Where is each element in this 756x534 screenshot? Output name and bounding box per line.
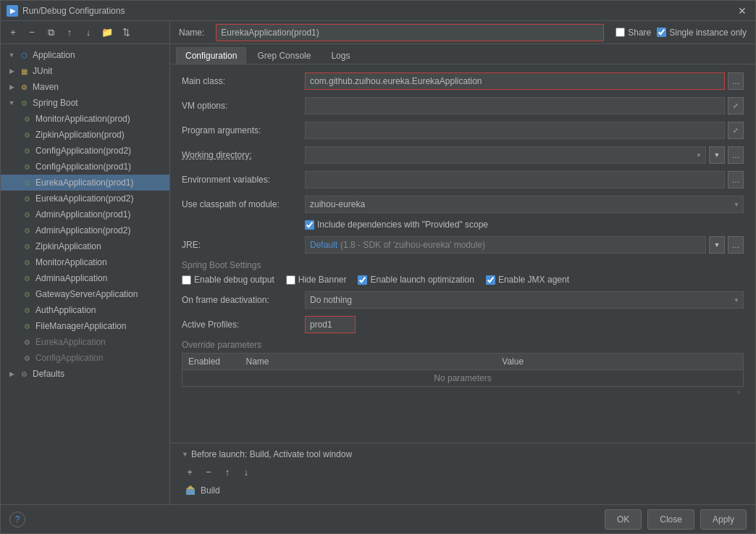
close-button-bar[interactable]: Close (647, 509, 694, 530)
tree-label: EurekaApplication(prod1) (35, 178, 133, 188)
folder-button[interactable]: 📁 (99, 25, 115, 41)
single-instance-checkbox-label[interactable]: Single instance only (657, 28, 747, 38)
copy-config-button[interactable]: ⧉ (43, 25, 59, 41)
tree-group-application[interactable]: ▼ ⬡ Application (1, 47, 169, 63)
include-deps-label: Include dependencies with "Provided" sco… (317, 220, 488, 230)
on-frame-select[interactable]: Do nothing (305, 291, 744, 309)
name-input[interactable] (216, 24, 604, 41)
tree-item-eureka-disabled[interactable]: ⚙ EurekaApplication (1, 334, 169, 350)
single-instance-checkbox[interactable] (657, 28, 666, 37)
jre-dropdown-button[interactable]: ▼ (709, 236, 725, 254)
enable-jmx-checkbox-label[interactable]: Enable JMX agent (486, 275, 569, 285)
tree-item-config-prod1[interactable]: ⚙ ConfigApplication(prod1) (1, 159, 169, 175)
tree-label-maven: Maven (33, 82, 59, 92)
main-class-input[interactable] (305, 72, 725, 90)
close-button[interactable]: ✕ (735, 4, 749, 18)
include-deps-row: Include dependencies with "Provided" sco… (182, 220, 744, 230)
tree-item-zipkin-prod[interactable]: ⚙ ZipkinApplication(prod) (1, 127, 169, 143)
tree-group-maven[interactable]: ▶ ⚙ Maven (1, 79, 169, 95)
ok-button[interactable]: OK (605, 509, 642, 530)
active-profiles-field (305, 316, 744, 333)
tree-group-spring-boot[interactable]: ▼ ⚙ Spring Boot (1, 95, 169, 111)
left-toolbar: + − ⧉ ↑ ↓ 📁 ⇅ (1, 21, 169, 44)
vm-options-expand-button[interactable]: ⤢ (728, 97, 744, 114)
tree-group-junit[interactable]: ▶ ▦ JUnit (1, 63, 169, 79)
enable-jmx-label: Enable JMX agent (498, 275, 569, 285)
tree-item-auth[interactable]: ⚙ AuthApplication (1, 302, 169, 318)
tree-item-admina[interactable]: ⚙ AdminaApplication (1, 270, 169, 286)
tree-item-filemanager[interactable]: ⚙ FileManagerApplication (1, 318, 169, 334)
before-launch-move-up-button[interactable]: ↑ (219, 464, 235, 480)
enable-launch-checkbox[interactable] (358, 275, 367, 285)
enable-jmx-checkbox[interactable] (486, 275, 495, 285)
include-deps-checkbox[interactable] (305, 220, 314, 230)
enable-launch-checkbox-label[interactable]: Enable launch optimization (358, 275, 474, 285)
hide-banner-checkbox-label[interactable]: Hide Banner (286, 275, 347, 285)
working-dir-input[interactable] (305, 146, 706, 164)
main-class-field: … (305, 72, 744, 90)
vm-options-label: VM options: (182, 101, 305, 111)
working-dir-dropdown-button[interactable]: ▼ (709, 146, 725, 164)
vm-options-input[interactable] (305, 97, 725, 114)
left-panel: + − ⧉ ↑ ↓ 📁 ⇅ ▼ ⬡ Application ▶ ▦ (1, 21, 170, 504)
hide-banner-checkbox[interactable] (286, 275, 295, 285)
share-checkbox[interactable] (616, 28, 625, 37)
remove-config-button[interactable]: − (24, 25, 40, 41)
move-down-button[interactable]: ↓ (80, 25, 96, 41)
classpath-field: zuihou-eureka (305, 196, 744, 213)
before-launch-remove-button[interactable]: − (201, 464, 217, 480)
tab-logs[interactable]: Logs (322, 47, 359, 64)
jre-browse-button[interactable]: … (728, 236, 744, 254)
tree-item-config-prod2[interactable]: ⚙ ConfigApplication(prod2) (1, 143, 169, 159)
vm-options-row: VM options: ⤢ (182, 96, 744, 115)
include-deps-checkbox-label[interactable]: Include dependencies with "Provided" sco… (305, 220, 488, 230)
move-up-button[interactable]: ↑ (62, 25, 77, 41)
col-enabled: Enabled (182, 354, 240, 370)
tree-item-zipkin[interactable]: ⚙ ZipkinApplication (1, 238, 169, 254)
window-icon: ▶ (7, 5, 18, 17)
program-args-expand-button[interactable]: ⤢ (728, 122, 744, 139)
tree-label: ZipkinApplication(prod) (35, 130, 125, 140)
env-vars-browse-button[interactable]: … (728, 171, 744, 188)
main-class-browse-button[interactable]: … (728, 72, 744, 90)
tree-label: AdminApplication(prod2) (35, 225, 130, 235)
program-args-input[interactable] (305, 122, 725, 139)
add-config-button[interactable]: + (5, 25, 21, 41)
active-profiles-input[interactable] (305, 316, 356, 333)
working-dir-browse-button[interactable]: … (728, 146, 744, 164)
application-group-icon: ⬡ (18, 49, 30, 61)
name-label: Name: (179, 28, 204, 38)
working-dir-field: ▼ … (305, 146, 744, 164)
tree-item-eureka-prod1[interactable]: ⚙ EurekaApplication(prod1) (1, 175, 169, 191)
tab-grep-console[interactable]: Grep Console (248, 47, 320, 64)
expand-icon: ▶ (7, 82, 17, 92)
tree-item-monitor[interactable]: ⚙ MonitorApplication (1, 254, 169, 270)
tab-configuration[interactable]: Configuration (176, 47, 246, 64)
tree-item-monitor-prod[interactable]: ⚙ MonitorApplication(prod) (1, 111, 169, 127)
classpath-select[interactable]: zuihou-eureka (305, 196, 744, 213)
tree-label: AdminApplication(prod1) (35, 209, 130, 220)
help-button[interactable]: ? (9, 512, 25, 527)
on-frame-row: On frame deactivation: Do nothing (182, 291, 744, 309)
before-launch-add-button[interactable]: + (182, 464, 198, 480)
tree-group-defaults[interactable]: ▶ ⚙ Defaults (1, 366, 169, 382)
tree-label-junit: JUnit (33, 66, 52, 76)
tree-item-eureka-prod2[interactable]: ⚙ EurekaApplication(prod2) (1, 191, 169, 206)
tree-item-gateway[interactable]: ⚙ GatewayServerApplication (1, 286, 169, 302)
tree-label: AdminaApplication (35, 273, 107, 283)
debug-output-checkbox-label[interactable]: Enable debug output (182, 275, 274, 285)
sort-button[interactable]: ⇅ (118, 25, 134, 41)
tree-label: FileManagerApplication (35, 321, 126, 331)
jre-sdk-text: (1.8 - SDK of 'zuihou-eureka' module) (340, 240, 485, 250)
tree-item-config-disabled[interactable]: ⚙ ConfigApplication (1, 350, 169, 366)
tree-item-admin-prod1[interactable]: ⚙ AdminApplication(prod1) (1, 206, 169, 222)
env-vars-input[interactable] (305, 171, 725, 188)
before-launch-move-down-button[interactable]: ↓ (238, 464, 254, 480)
debug-output-checkbox[interactable] (182, 275, 191, 285)
tree-item-admin-prod2[interactable]: ⚙ AdminApplication(prod2) (1, 222, 169, 238)
no-params-text: No parameters (182, 370, 744, 387)
classpath-row: Use classpath of module: zuihou-eureka (182, 195, 744, 214)
spring-item-icon: ⚙ (21, 177, 33, 188)
apply-button[interactable]: Apply (700, 509, 747, 530)
share-checkbox-label[interactable]: Share (616, 28, 651, 38)
